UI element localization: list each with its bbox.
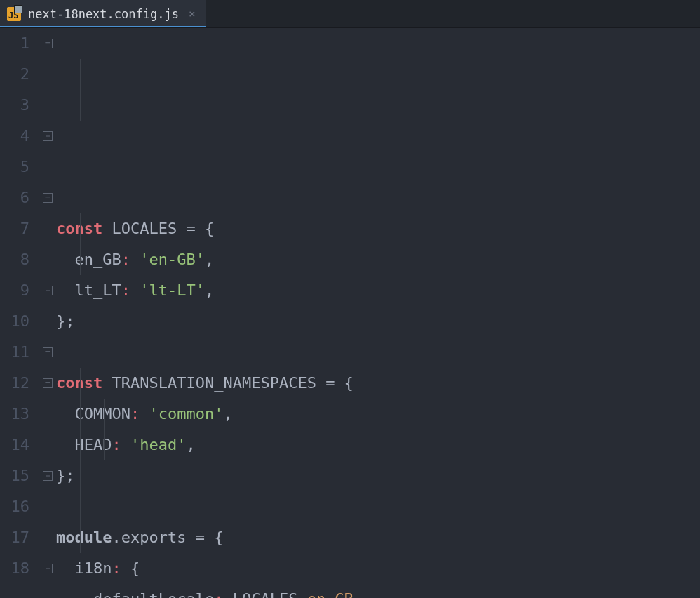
code-token: : [130,405,149,423]
code-line[interactable] [56,491,700,522]
fold-close-icon[interactable] [39,275,56,306]
fold-close-icon[interactable] [39,460,56,491]
code-token: COMMON [75,405,130,423]
code-line[interactable] [56,337,700,368]
line-number: 3 [0,90,29,121]
code-token: , [205,251,214,268]
line-number: 12 [0,368,29,399]
fold-spacer [39,306,56,337]
line-number: 7 [0,213,29,244]
line-number: 18 [0,553,29,584]
line-number: 15 [0,460,29,491]
code-line[interactable]: COMMON: 'common', [56,399,700,430]
line-number: 17 [0,522,29,553]
code-token: , [223,405,232,423]
fold-spacer [39,399,56,430]
line-number: 2 [0,59,29,90]
code-line[interactable]: }; [56,460,700,491]
code-line[interactable]: const LOCALES = { [56,213,700,244]
code-line[interactable]: defaultLocale: LOCALES.en_GB, [56,584,700,598]
code-token: : [121,281,140,299]
code-token: : [121,251,140,268]
code-token: module [56,529,112,546]
tab-filename: next-18next.config.js [28,7,179,21]
code-token: 'en-GB' [140,251,205,268]
line-number: 4 [0,121,29,152]
line-number: 11 [0,337,29,368]
close-icon[interactable]: × [189,7,196,20]
fold-open-icon[interactable] [39,368,56,399]
code-token: LOCALES [112,220,186,237]
line-number: 10 [0,306,29,337]
line-number: 8 [0,244,29,275]
fold-open-icon[interactable] [39,28,56,59]
line-number: 14 [0,430,29,460]
fold-spacer [39,491,56,522]
code-token: : [112,559,130,577]
code-line[interactable]: HEAD: 'head', [56,430,700,460]
code-token: . [112,529,121,546]
fold-spacer [39,90,56,121]
fold-column [39,28,56,598]
line-number: 16 [0,491,29,522]
code-token: const [56,374,112,392]
fold-spacer [39,430,56,460]
file-tab[interactable]: JS next-18next.config.js × [0,0,206,27]
fold-close-icon[interactable] [39,553,56,584]
code-line[interactable]: }; [56,306,700,337]
code-token: = { [186,220,214,237]
code-token: . [297,590,307,598]
fold-open-icon[interactable] [39,337,56,368]
line-number: 1 [0,28,29,59]
code-editor[interactable]: 123456789101112131415161718 const LOCALE… [0,28,700,598]
fold-spacer [39,59,56,90]
fold-spacer [39,244,56,275]
code-token: i18n [75,559,112,577]
code-token: TRANSLATION_NAMESPACES [112,374,325,392]
fold-spacer [39,213,56,244]
line-number: 13 [0,399,29,430]
code-token: : [112,436,130,453]
code-token: 'lt-LT' [140,281,205,299]
code-token: const [56,220,112,237]
fold-open-icon[interactable] [39,182,56,213]
line-number: 5 [0,152,29,182]
code-token: , [186,436,195,453]
code-line[interactable]: lt_LT: 'lt-LT', [56,275,700,306]
code-token: : [214,590,233,598]
code-token: exports [121,529,196,546]
code-token: en_GB [75,251,121,268]
code-line[interactable]: const TRANSLATION_NAMESPACES = { [56,368,700,399]
code-token: 'common' [149,405,223,423]
fold-spacer [39,152,56,182]
code-token: LOCALES [233,590,298,598]
code-line[interactable]: en_GB: 'en-GB', [56,244,700,275]
tab-bar: JS next-18next.config.js × [0,0,700,28]
code-token: = { [196,529,224,546]
code-token: }; [56,312,75,330]
code-token: lt_LT [75,281,121,299]
code-token: defaultLocale [93,590,214,598]
code-area[interactable]: const LOCALES = { en_GB: 'en-GB', lt_LT:… [56,28,700,598]
code-line[interactable]: module.exports = { [56,522,700,553]
fold-close-icon[interactable] [39,121,56,152]
code-token: 'head' [130,436,186,453]
code-token: en_GB [307,590,354,598]
code-token: , [205,281,214,299]
code-token: = { [325,374,354,392]
code-token: }; [56,467,75,484]
fold-spacer [39,522,56,553]
js-file-icon: JS [7,7,21,21]
line-number: 9 [0,275,29,306]
code-line[interactable]: i18n: { [56,553,700,584]
code-token: , [354,590,363,598]
code-token: { [130,559,140,577]
line-number-gutter: 123456789101112131415161718 [0,28,39,598]
line-number: 6 [0,182,29,213]
